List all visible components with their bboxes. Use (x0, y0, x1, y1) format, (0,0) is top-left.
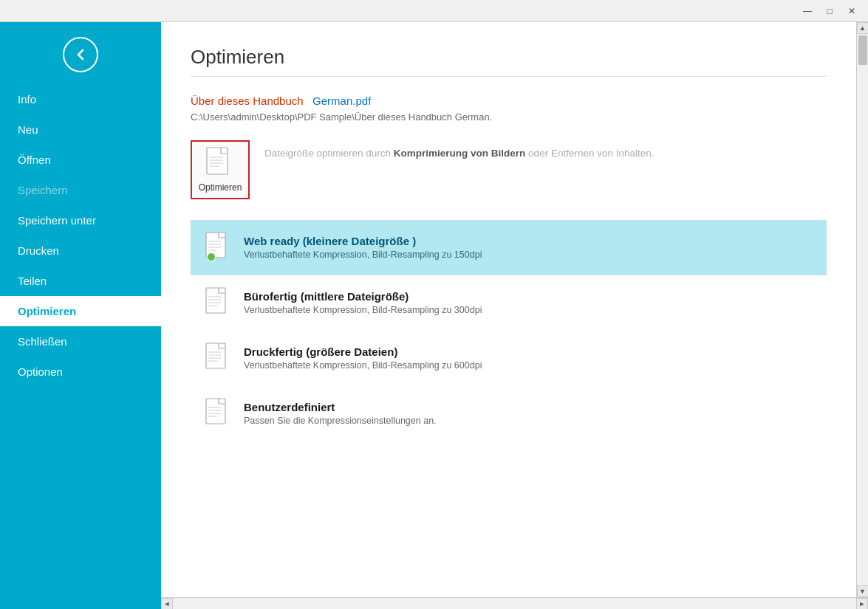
sidebar-nav: Info Neu Öffnen Speichern Speichern unte… (0, 84, 161, 609)
web-ready-title: Web ready (kleinere Dateigröße ) (244, 235, 812, 247)
sidebar-item-speichern[interactable]: Speichern (0, 175, 161, 205)
sidebar-back (0, 22, 161, 84)
option-web-ready[interactable]: Web ready (kleinere Dateigröße ) Verlust… (191, 220, 827, 275)
options-list: Web ready (kleinere Dateigröße ) Verlust… (191, 220, 827, 441)
svg-rect-10 (206, 288, 225, 313)
scroll-down-arrow[interactable]: ▼ (857, 585, 869, 597)
scroll-right-arrow[interactable]: ► (856, 598, 868, 610)
back-button[interactable] (63, 37, 98, 72)
web-ready-text: Web ready (kleinere Dateigröße ) Verlust… (244, 235, 812, 260)
title-divider (191, 76, 827, 77)
svg-rect-0 (207, 148, 228, 174)
right-scrollbar: ▲ ▼ (856, 22, 868, 597)
burofertig-icon (205, 287, 232, 318)
burofertig-title: Bürofertig (mittlere Dateigröße) (244, 290, 812, 303)
svg-rect-15 (206, 343, 225, 368)
burofertig-subtitle: Verlustbehaftete Kompression, Bild-Resam… (244, 305, 812, 315)
sidebar-item-schliessen[interactable]: Schließen (0, 326, 161, 357)
sidebar-item-drucken[interactable]: Drucken (0, 235, 161, 266)
doc-icon (206, 147, 234, 179)
page-title: Optimieren (191, 46, 827, 69)
titlebar: — □ ✕ (0, 0, 868, 22)
svg-rect-20 (206, 399, 225, 424)
benutzerdefiniert-title: Benutzerdefiniert (244, 401, 812, 413)
sidebar-item-optimieren[interactable]: Optimieren (0, 296, 161, 326)
file-name-part2: German.pdf (312, 94, 371, 107)
sidebar-item-speichern-unter[interactable]: Speichern unter (0, 205, 161, 235)
benutzerdefiniert-text: Benutzerdefiniert Passen Sie die Kompres… (244, 401, 812, 426)
benutzerdefiniert-icon (205, 398, 232, 429)
file-name: Über dieses Handbuch German.pdf (191, 94, 827, 107)
scroll-left-arrow[interactable]: ◄ (161, 598, 173, 610)
sidebar: Info Neu Öffnen Speichern Speichern unte… (0, 22, 161, 609)
file-name-part1: Über dieses Handbuch (191, 94, 304, 107)
druckfertig-text: Druckfertig (größere Dateien) Verlustbeh… (244, 345, 812, 371)
scroll-track (857, 34, 869, 585)
sidebar-item-optionen[interactable]: Optionen (0, 357, 161, 387)
option-druckfertig[interactable]: Druckfertig (größere Dateien) Verlustbeh… (191, 331, 827, 386)
druckfertig-subtitle: Verlustbehaftete Kompression, Bild-Resam… (244, 360, 812, 371)
maximize-button[interactable]: □ (819, 3, 840, 19)
web-ready-icon (205, 232, 232, 263)
sidebar-item-offnen[interactable]: Öffnen (0, 145, 161, 175)
optimize-icon-box[interactable]: Optimieren (191, 140, 250, 199)
optimize-icon-block: Optimieren Dateigröße optimieren durch K… (191, 140, 827, 199)
option-benutzerdefiniert[interactable]: Benutzerdefiniert Passen Sie die Kompres… (191, 386, 827, 441)
bottom-scrollbar: ◄ ► (161, 597, 868, 609)
benutzerdefiniert-subtitle: Passen Sie die Kompressionseinstellungen… (244, 416, 812, 426)
scroll-thumb[interactable] (858, 35, 867, 65)
sidebar-item-teilen[interactable]: Teilen (0, 266, 161, 296)
minimize-button[interactable]: — (797, 3, 818, 19)
content-area: Optimieren Über dieses Handbuch German.p… (161, 22, 856, 597)
optimize-desc-pre: Dateigröße optimieren durch (264, 148, 394, 159)
option-burofertig[interactable]: Bürofertig (mittlere Dateigröße) Verlust… (191, 275, 827, 331)
scroll-up-arrow[interactable]: ▲ (857, 22, 869, 34)
sidebar-item-neu[interactable]: Neu (0, 114, 161, 145)
web-ready-dot (207, 252, 216, 261)
optimize-icon-label: Optimieren (199, 182, 242, 193)
druckfertig-icon (205, 343, 232, 374)
close-button[interactable]: ✕ (841, 3, 862, 19)
druckfertig-title: Druckfertig (größere Dateien) (244, 345, 812, 358)
hscroll-track (173, 598, 856, 610)
optimize-desc-bold: Komprimierung von Bildern (394, 148, 526, 159)
main-container: Info Neu Öffnen Speichern Speichern unte… (0, 22, 868, 609)
sidebar-item-info[interactable]: Info (0, 84, 161, 114)
file-path: C:\Users\admin\Desktop\PDF Sample\Über d… (191, 111, 827, 123)
burofertig-text: Bürofertig (mittlere Dateigröße) Verlust… (244, 290, 812, 315)
web-ready-subtitle: Verlustbehaftete Kompression, Bild-Resam… (244, 250, 812, 260)
optimize-description: Dateigröße optimieren durch Komprimierun… (264, 140, 654, 161)
optimize-desc-post: oder Entfernen von Inhalten. (525, 148, 654, 159)
